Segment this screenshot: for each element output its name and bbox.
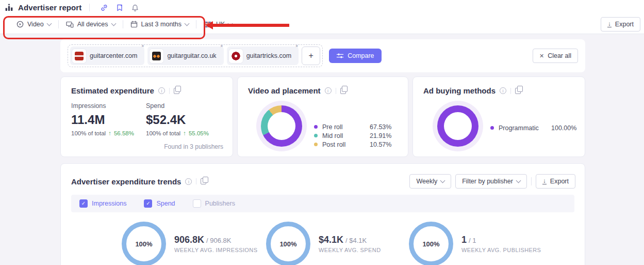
weekly-avg-spend-stat: 100% $4.1K / $4.1K WEEKLY AVG. SPEND — [266, 222, 381, 265]
notifications-bell-icon[interactable] — [131, 4, 139, 12]
metric-label: Impressions — [71, 102, 146, 110]
divider — [531, 177, 532, 185]
report-app-icon — [5, 3, 13, 12]
remove-domain-icon[interactable]: × — [295, 43, 298, 49]
domain-chip-label: guitarcenter.com — [90, 52, 137, 59]
add-domain-button[interactable]: + — [302, 46, 320, 65]
trends-actions: Weekly Filter by publisher ↓ Export — [409, 174, 575, 189]
export-button[interactable]: ↓ Export — [601, 17, 640, 32]
share-link-icon[interactable] — [100, 4, 108, 12]
legend-item[interactable]: Post roll 10.57% — [314, 140, 397, 149]
info-icon[interactable]: i — [158, 87, 165, 94]
remove-domain-icon[interactable]: × — [141, 43, 144, 49]
top-bar: Advertiser report — [0, 0, 644, 15]
info-icon[interactable]: i — [185, 178, 192, 185]
info-icon[interactable]: i — [325, 87, 332, 94]
weekly-avg-impressions-stat: 100% 906.8K / 906.8K WEEKLY AVG. IMPRESS… — [122, 222, 257, 265]
advertiser-report-page: Advertiser report Video All devices — [0, 0, 644, 265]
date-range-filter[interactable]: Last 3 months — [123, 21, 196, 28]
checkbox-box: ✓ — [79, 199, 88, 208]
ring-percent: 100% — [422, 240, 439, 248]
checkbox-label: Impressions — [92, 200, 126, 207]
remove-domain-icon[interactable]: × — [220, 43, 223, 49]
interval-dropdown[interactable]: Weekly — [409, 174, 451, 189]
guitarcenter-favicon — [75, 52, 84, 60]
publishers-checkbox[interactable]: ✓ Publishers — [193, 199, 235, 208]
compare-bar: guitarcenter.com × guitarguitar.co.uk × … — [60, 39, 585, 72]
ring-percent: 100% — [279, 240, 296, 248]
filter-by-publisher-label: Filter by publisher — [462, 178, 513, 185]
domain-chip[interactable]: guitarcenter.com × — [70, 46, 144, 65]
change-percent: 55.05% — [189, 130, 209, 136]
clear-icon: ✕ — [539, 53, 544, 59]
domain-chip[interactable]: guitartricks.com × — [227, 46, 299, 65]
copy-icon[interactable] — [515, 88, 521, 94]
favicon-tile — [229, 49, 243, 63]
legend-label: Pre roll — [322, 123, 370, 131]
impressions-value: 11.4M — [71, 113, 146, 127]
compare-button-label: Compare — [348, 52, 374, 59]
buying-methods-donut-chart[interactable] — [437, 105, 478, 147]
trends-export-button[interactable]: ↓ Export — [536, 174, 575, 189]
estimated-expenditure-card: Estimated expenditure i Impressions 11.4… — [60, 76, 233, 157]
media-type-filter[interactable]: Video — [9, 21, 58, 28]
card-title: Video ad placement — [248, 86, 321, 95]
weekly-avg-publishers-stat: 100% 1 / 1 WEEKLY AVG. PUBLISHERS — [409, 222, 541, 265]
copy-icon[interactable] — [340, 88, 346, 94]
stat-caption: WEEKLY AVG. PUBLISHERS — [461, 247, 541, 253]
ad-buying-methods-card: Ad buying methods i Programmatic 100.00% — [412, 76, 585, 157]
stat-total: / 906.8K — [206, 237, 231, 244]
favicon-tile — [150, 49, 163, 63]
devices-filter[interactable]: All devices — [59, 21, 123, 28]
card-header: Estimated expenditure i — [61, 77, 233, 95]
legend-value: 21.91% — [370, 132, 397, 139]
legend-label: Mid roll — [322, 132, 370, 139]
clear-all-button[interactable]: ✕ Clear all — [533, 49, 578, 63]
placement-legend: Pre roll 67.53% Mid roll 21.91% Post rol… — [314, 122, 397, 149]
copy-icon[interactable] — [174, 88, 179, 94]
spend-checkbox[interactable]: ✓ Spend — [144, 199, 175, 208]
filter-by-publisher-dropdown[interactable]: Filter by publisher — [455, 174, 527, 189]
trends-title: Advertiser expenditure trends — [71, 177, 181, 186]
country-filter[interactable]: UK — [196, 21, 239, 28]
bookmark-icon[interactable] — [115, 4, 124, 12]
metric-label: Spend — [146, 102, 221, 110]
progress-ring: 100% — [266, 222, 310, 265]
legend-value: 10.57% — [370, 141, 397, 148]
chevron-down-icon — [185, 21, 190, 26]
checkbox-label: Publishers — [205, 200, 235, 207]
guitartricks-favicon — [232, 52, 240, 60]
impressions-checkbox[interactable]: ✓ Impressions — [79, 199, 126, 208]
donut-halo — [433, 101, 483, 151]
legend-dot — [314, 143, 318, 146]
download-icon: ↓ — [542, 179, 547, 184]
filter-group: Video All devices Last 3 months UK — [9, 15, 239, 34]
legend-item[interactable]: Pre roll 67.53% — [314, 122, 397, 131]
legend-item[interactable]: Mid roll 21.91% — [314, 131, 397, 140]
divider — [196, 178, 196, 184]
guitarguitar-favicon — [152, 52, 161, 60]
card-title: Ad buying methods — [423, 86, 496, 95]
placement-donut-chart[interactable] — [261, 105, 302, 147]
compare-button[interactable]: Compare — [329, 49, 381, 63]
divider — [336, 88, 336, 94]
card-title: Estimated expenditure — [71, 86, 154, 95]
devices-icon — [66, 21, 74, 28]
legend-value: 67.53% — [370, 123, 397, 131]
chevron-down-icon — [440, 178, 445, 183]
copy-icon[interactable] — [201, 178, 206, 184]
total-share-label: 100% of total — [71, 130, 106, 136]
impressions-metric: Impressions 11.4M 100% of total ↑ 56.58% — [71, 102, 146, 136]
check-icon: ✓ — [146, 201, 150, 206]
domain-chip[interactable]: guitarguitar.co.uk × — [147, 46, 223, 65]
progress-ring: 100% — [122, 222, 166, 265]
trend-up-icon: ↑ — [183, 130, 186, 136]
spend-metric: Spend $52.4K 100% of total ↑ 55.05% — [146, 102, 221, 136]
favicon-tile — [72, 49, 86, 63]
stat-caption: WEEKLY AVG. SPEND — [319, 247, 381, 253]
total-share-label: 100% of total — [146, 130, 180, 136]
divider — [510, 88, 511, 94]
info-icon[interactable]: i — [500, 87, 506, 94]
donut-halo — [256, 101, 307, 151]
legend-item[interactable]: Programmatic 100.00% — [490, 123, 578, 132]
